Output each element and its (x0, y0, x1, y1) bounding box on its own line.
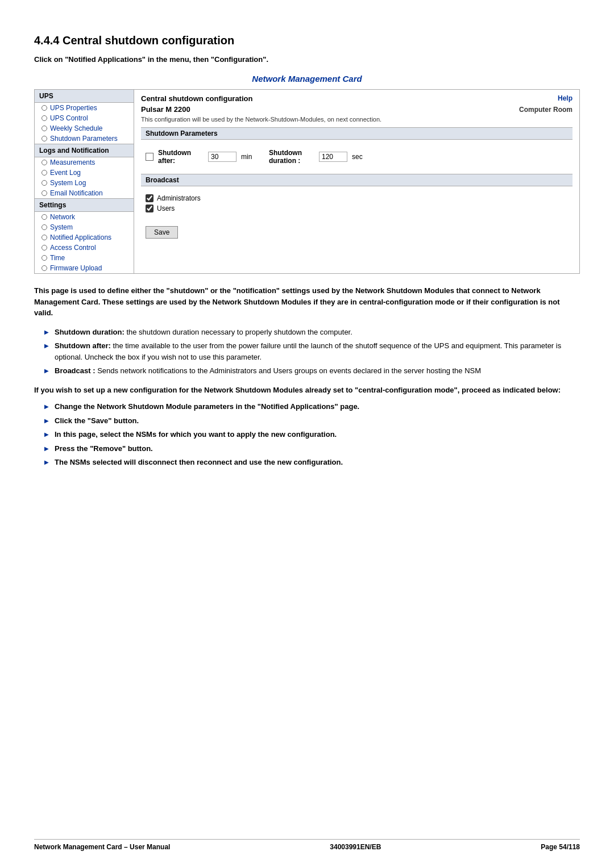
bullet-item-3: Broadcast : Sends network notifications … (44, 365, 580, 377)
sidebar-section-ups: UPS (35, 90, 134, 103)
sidebar-item-weekly-schedule[interactable]: Weekly Schedule (35, 123, 134, 133)
bullet-icon (42, 245, 47, 251)
sidebar-item-notified-applications[interactable]: Notified Applications (35, 232, 134, 243)
bullet-icon (42, 136, 47, 141)
broadcast-bar: Broadcast (141, 174, 572, 186)
sidebar-item-event-log[interactable]: Event Log (35, 168, 134, 178)
bullet-icon (42, 170, 47, 176)
broadcast-administrators: Administrators (146, 194, 568, 202)
sidebar-item-network[interactable]: Network (35, 212, 134, 222)
footer: Network Management Card – User Manual 34… (34, 839, 580, 851)
shutdown-duration-label: Shutdown duration : (269, 149, 314, 165)
nmc-card: UPS UPS Properties UPS Control Weekly Sc… (34, 89, 580, 274)
sidebar-item-shutdown-parameters[interactable]: Shutdown Parameters (35, 133, 134, 144)
sidebar-item-system-log[interactable]: System Log (35, 178, 134, 188)
administrators-checkbox[interactable] (146, 194, 154, 202)
description-para1: This page is used to define either the "… (34, 285, 580, 319)
device-description: This configuration will be used by the N… (141, 116, 572, 123)
sidebar-item-ups-control[interactable]: UPS Control (35, 113, 134, 123)
bullet2-item-1: Change the Network Shutdown Module param… (44, 401, 580, 412)
broadcast-users: Users (146, 205, 568, 212)
location-label: Computer Room (519, 106, 572, 114)
shutdown-after-input[interactable] (208, 152, 237, 162)
sidebar-item-ups-properties[interactable]: UPS Properties (35, 103, 134, 113)
bullet2-item-2: Click the "Save" button. (44, 415, 580, 427)
shutdown-after-unit: min (241, 153, 255, 161)
bullet-icon (42, 224, 47, 230)
bullet-icon (42, 115, 47, 121)
users-label: Users (157, 205, 175, 212)
sidebar: UPS UPS Properties UPS Control Weekly Sc… (35, 90, 134, 273)
bullet-icon (42, 160, 47, 165)
bullet-icon (42, 214, 47, 220)
save-button[interactable]: Save (146, 226, 178, 239)
shutdown-params-bar: Shutdown Parameters (141, 127, 572, 140)
shutdown-after-label: Shutdown after: (158, 149, 204, 165)
sidebar-item-access-control[interactable]: Access Control (35, 243, 134, 253)
sidebar-item-system[interactable]: System (35, 222, 134, 232)
help-link[interactable]: Help (558, 94, 572, 102)
params-row: Shutdown after: min Shutdown duration : … (141, 144, 572, 169)
bullet-icon (42, 180, 47, 186)
intro-text: Click on "Notified Applications" in the … (34, 55, 580, 64)
bullet2-item-4: Press the "Remove" button. (44, 443, 580, 454)
shutdown-duration-input[interactable] (319, 152, 347, 162)
users-checkbox[interactable] (146, 205, 154, 212)
footer-center: 34003991EN/EB (330, 843, 381, 851)
card-title: Network Management Card (34, 74, 580, 84)
broadcast-section: Administrators Users (141, 191, 572, 218)
bullet-icon (42, 126, 47, 131)
bullet-icon (42, 255, 47, 261)
main-title: Central shutdown configuration (141, 94, 252, 103)
bullet2-item-3: In this page, select the NSMs for which … (44, 429, 580, 440)
sidebar-item-measurements[interactable]: Measurements (35, 157, 134, 168)
bullet-icon (42, 190, 47, 196)
bullet2-item-5: The NSMs selected will disconnect then r… (44, 457, 580, 468)
description-bullets2: Change the Network Shutdown Module param… (44, 401, 580, 468)
description-bullets: Shutdown duration: the shutdown duration… (44, 327, 580, 377)
info-para2: If you wish to set up a new configuratio… (34, 385, 580, 396)
footer-right: Page 54/118 (541, 843, 580, 851)
shutdown-after-checkbox[interactable] (146, 153, 154, 161)
bullet-item-1: Shutdown duration: the shutdown duration… (44, 327, 580, 338)
sidebar-section-logs: Logs and Notification (35, 144, 134, 157)
bullet-icon (42, 235, 47, 240)
sidebar-section-settings: Settings (35, 198, 134, 212)
main-panel: Central shutdown configuration Help Puls… (134, 90, 579, 273)
bullet-icon (42, 265, 47, 271)
administrators-label: Administrators (157, 194, 201, 202)
main-header: Central shutdown configuration Help (141, 94, 572, 103)
nmc-inner: UPS UPS Properties UPS Control Weekly Sc… (35, 90, 579, 273)
sidebar-item-time[interactable]: Time (35, 253, 134, 263)
section-title: 4.4.4 Central shutdown configuration (34, 34, 580, 47)
bullet-icon (42, 105, 47, 111)
sidebar-item-firmware-upload[interactable]: Firmware Upload (35, 263, 134, 273)
shutdown-duration-unit: sec (352, 153, 366, 161)
sidebar-item-email-notification[interactable]: Email Notification (35, 188, 134, 198)
footer-left: Network Management Card – User Manual (34, 843, 170, 851)
bullet-item-2: Shutdown after: the time available to th… (44, 340, 580, 362)
device-name: Pulsar M 2200 (141, 105, 190, 114)
